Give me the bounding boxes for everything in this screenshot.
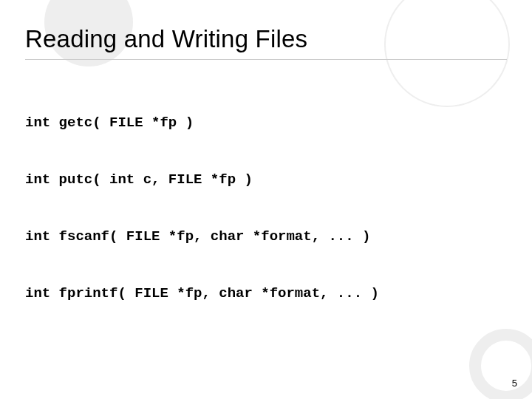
- code-line: int putc( int c, FILE *fp ): [25, 171, 507, 190]
- slide-title: Reading and Writing Files: [25, 25, 507, 53]
- code-line: int fprintf( FILE *fp, char *format, ...…: [25, 284, 507, 304]
- code-block-prototypes: int getc( FILE *fp ) int putc( int c, FI…: [25, 76, 507, 341]
- slide-content: Reading and Writing Files int getc( FILE…: [0, 0, 532, 399]
- code-line: int fscanf( FILE *fp, char *format, ... …: [25, 228, 507, 247]
- code-block-getc-putc: int c; while ( (c = getc( ifp )) != EOF …: [25, 362, 507, 399]
- code-line: int getc( FILE *fp ): [25, 114, 507, 133]
- title-divider: [25, 59, 507, 60]
